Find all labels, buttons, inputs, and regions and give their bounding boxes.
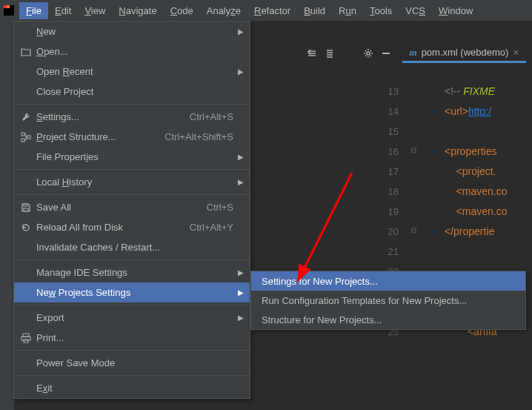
menu-item-label: Local History (33, 176, 233, 188)
svg-rect-5 (21, 139, 24, 142)
menu-item-label: Save All (33, 202, 207, 213)
menu-item-new-projects-settings[interactable]: New Projects Settings▶ (14, 282, 250, 302)
pin-icon[interactable] (305, 46, 319, 61)
gear-icon[interactable] (361, 46, 376, 61)
menu-item-label: File Properties (33, 151, 233, 162)
submenu-item-settings-for-new-projects[interactable]: Settings for New Projects... (251, 271, 525, 291)
svg-point-3 (367, 52, 370, 55)
submenu-item-run-configuration-templates-for-new-projects[interactable]: Run Configuration Templates for New Proj… (251, 291, 525, 310)
menu-shortcut: Ctrl+Alt+Shift+S (164, 131, 236, 142)
blank-icon (19, 312, 33, 324)
new-projects-settings-submenu: Settings for New Projects...Run Configur… (250, 271, 526, 330)
code-line: <url>http:/ (445, 102, 507, 122)
file-menu-dropdown: New▶Open...Open Recent▶Close ProjectSett… (13, 21, 250, 399)
close-tab-icon[interactable]: × (513, 47, 519, 58)
blank-icon (19, 151, 33, 163)
ide-logo-icon (3, 4, 15, 16)
blank-icon (19, 287, 33, 299)
tab-label: pom.xml (webdemo) (422, 47, 509, 58)
menubar-item-build[interactable]: Build (297, 2, 332, 19)
menu-shortcut: Ctrl+Alt+Y (190, 222, 236, 233)
menu-item-new[interactable]: New▶ (14, 22, 250, 42)
blank-icon (19, 242, 33, 254)
menubar-item-file[interactable]: File (19, 2, 48, 19)
menu-item-label: Exit (33, 383, 233, 394)
menu-separator (14, 169, 250, 170)
submenu-arrow-icon: ▶ (236, 288, 244, 297)
line-number: 13 (363, 82, 399, 102)
print-icon (19, 332, 33, 344)
line-number: 17 (363, 162, 399, 182)
menu-item-exit[interactable]: Exit (14, 378, 250, 398)
editor-tab[interactable]: m pom.xml (webdemo) × (402, 44, 526, 63)
submenu-arrow-icon: ▶ (236, 153, 244, 161)
line-number: 20 (363, 222, 399, 242)
code-line (445, 122, 507, 142)
menu-item-close-project[interactable]: Close Project (14, 82, 250, 102)
line-number: 14 (363, 102, 399, 122)
svg-rect-6 (27, 136, 30, 139)
menu-item-reload-all-from-disk[interactable]: Reload All from DiskCtrl+Alt+Y (14, 217, 250, 237)
menubar-item-edit[interactable]: Edit (48, 2, 78, 19)
menu-separator (14, 375, 250, 376)
menu-separator (14, 350, 250, 351)
save-icon (19, 202, 33, 214)
blank-icon (19, 66, 33, 78)
submenu-arrow-icon: ▶ (236, 268, 244, 277)
svg-rect-9 (23, 334, 29, 337)
menu-item-label: Open Recent (33, 66, 233, 77)
menu-item-label: New (33, 26, 233, 37)
menu-item-manage-ide-settings[interactable]: Manage IDE Settings▶ (14, 262, 250, 282)
menubar-item-vcs[interactable]: VCS (399, 2, 432, 19)
minimize-icon[interactable] (379, 46, 393, 61)
svg-rect-2 (7, 5, 10, 8)
menu-item-open[interactable]: Open... (14, 42, 250, 62)
menubar-item-refactor[interactable]: Refactor (247, 2, 297, 19)
menu-separator (14, 104, 250, 105)
menubar-item-analyze[interactable]: Analyze (200, 2, 247, 19)
menubar-item-navigate[interactable]: Navigate (112, 2, 163, 19)
code-line: </propertie (445, 222, 507, 242)
line-number: 19 (363, 202, 399, 222)
menubar-item-window[interactable]: Window (432, 2, 479, 19)
fold-close-icon[interactable]: ⊟ (410, 226, 416, 234)
menu-item-settings[interactable]: Settings...Ctrl+Alt+S (14, 107, 250, 127)
menu-separator (14, 194, 250, 195)
menu-item-save-all[interactable]: Save AllCtrl+S (14, 197, 250, 217)
code-line: <!-- FIXME (445, 82, 507, 102)
svg-rect-4 (21, 133, 24, 136)
menu-item-export[interactable]: Export▶ (14, 308, 250, 328)
menu-item-invalidate-caches-restart[interactable]: Invalidate Caches / Restart... (14, 237, 250, 257)
menu-item-local-history[interactable]: Local History▶ (14, 172, 250, 192)
menu-item-power-save-mode[interactable]: Power Save Mode (14, 353, 250, 373)
menu-item-label: Open... (33, 46, 233, 57)
menubar-item-view[interactable]: View (78, 2, 112, 19)
menu-item-label: Project Structure... (33, 131, 164, 142)
submenu-arrow-icon: ▶ (236, 67, 244, 76)
menubar-item-tools[interactable]: Tools (363, 2, 399, 19)
code-line: <project. (445, 162, 507, 182)
menu-item-file-properties[interactable]: File Properties▶ (14, 147, 250, 167)
menu-item-open-recent[interactable]: Open Recent▶ (14, 62, 250, 82)
svg-rect-7 (24, 204, 27, 206)
submenu-item-structure-for-new-projects[interactable]: Structure for New Projects... (251, 310, 525, 329)
folder-icon (19, 46, 33, 58)
menubar-item-run[interactable]: Run (332, 2, 363, 19)
fold-open-icon[interactable]: ⊟ (410, 146, 416, 154)
menu-item-project-structure[interactable]: Project Structure...Ctrl+Alt+Shift+S (14, 127, 250, 147)
blank-icon (19, 26, 33, 38)
expand-icon[interactable] (322, 46, 337, 61)
line-number: 16 (363, 142, 399, 162)
svg-rect-8 (24, 208, 28, 211)
menu-item-print[interactable]: Print... (14, 328, 250, 348)
svg-rect-1 (4, 5, 7, 8)
menu-item-label: Power Save Mode (33, 357, 233, 368)
blank-icon (19, 357, 33, 369)
code-line: <maven.co (445, 182, 507, 202)
submenu-arrow-icon: ▶ (236, 27, 244, 36)
code-line: <properties (445, 142, 507, 162)
tool-window-bar[interactable] (0, 21, 15, 410)
menu-item-label: Reload All from Disk (33, 222, 190, 233)
menubar-item-code[interactable]: Code (164, 2, 200, 19)
menu-item-label: Invalidate Caches / Restart... (33, 242, 233, 253)
